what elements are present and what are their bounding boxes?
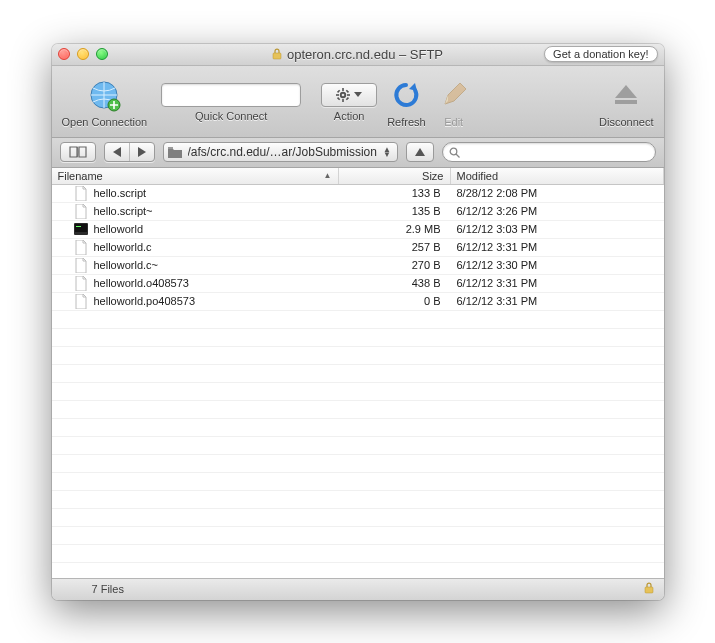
- triangle-right-icon: [138, 147, 146, 157]
- forward-button[interactable]: [130, 143, 154, 161]
- file-modified: 6/12/12 3:31 PM: [451, 295, 664, 307]
- file-name: helloworld.po408573: [94, 295, 196, 307]
- empty-row: [52, 329, 664, 347]
- chevron-down-icon: [354, 92, 362, 98]
- file-modified: 8/28/12 2:08 PM: [451, 187, 664, 199]
- disconnect-label: Disconnect: [599, 116, 653, 128]
- column-size[interactable]: Size: [339, 168, 451, 184]
- close-button[interactable]: [58, 48, 70, 60]
- svg-rect-0: [273, 53, 281, 59]
- empty-row: [52, 311, 664, 329]
- path-popup[interactable]: /afs/crc.nd.edu/…ar/JobSubmission ▲▼: [163, 142, 398, 162]
- svg-rect-20: [645, 587, 653, 593]
- status-bar: 7 Files: [52, 578, 664, 600]
- file-size: 438 B: [339, 277, 451, 289]
- table-row[interactable]: hello.script~135 B6/12/12 3:26 PM: [52, 203, 664, 221]
- folder-icon: [168, 147, 182, 158]
- eject-icon: [608, 77, 644, 113]
- refresh-icon: [388, 77, 424, 113]
- empty-row: [52, 365, 664, 383]
- file-size: 270 B: [339, 259, 451, 271]
- svg-line-16: [456, 154, 460, 158]
- quick-connect-group: Quick Connect: [161, 83, 301, 122]
- svg-rect-8: [337, 89, 340, 92]
- table-row[interactable]: helloworld.o408573438 B6/12/12 3:31 PM: [52, 275, 664, 293]
- svg-point-12: [342, 93, 345, 96]
- empty-row: [52, 347, 664, 365]
- search-field[interactable]: [442, 142, 656, 162]
- open-connection-label: Open Connection: [62, 116, 148, 128]
- bookmarks-button[interactable]: [60, 142, 96, 162]
- svg-rect-7: [347, 94, 350, 96]
- refresh-button[interactable]: Refresh: [387, 77, 426, 128]
- up-button[interactable]: [406, 142, 434, 162]
- disconnect-button[interactable]: Disconnect: [599, 77, 653, 128]
- svg-rect-14: [168, 147, 173, 149]
- lock-icon: [644, 582, 654, 596]
- gear-icon: [336, 88, 350, 102]
- back-button[interactable]: [105, 143, 130, 161]
- quick-connect-label: Quick Connect: [195, 110, 267, 122]
- table-row[interactable]: helloworld2.9 MB6/12/12 3:03 PM: [52, 221, 664, 239]
- quick-connect-input[interactable]: [162, 84, 301, 106]
- file-size: 135 B: [339, 205, 451, 217]
- table-row[interactable]: hello.script133 B8/28/12 2:08 PM: [52, 185, 664, 203]
- file-size: 133 B: [339, 187, 451, 199]
- action-gear-button[interactable]: [321, 83, 377, 107]
- quick-connect-field[interactable]: [161, 83, 301, 107]
- file-name: helloworld: [94, 223, 144, 235]
- svg-rect-6: [336, 94, 339, 96]
- titlebar: opteron.crc.nd.edu – SFTP Get a donation…: [52, 44, 664, 66]
- lock-icon: [272, 48, 282, 60]
- open-connection-button[interactable]: Open Connection: [62, 77, 148, 128]
- empty-row: [52, 401, 664, 419]
- empty-row: [52, 527, 664, 545]
- traffic-lights: [58, 48, 108, 60]
- globe-icon: [86, 77, 122, 113]
- empty-row: [52, 437, 664, 455]
- empty-row: [52, 473, 664, 491]
- path-text: /afs/crc.nd.edu/…ar/JobSubmission: [188, 145, 377, 159]
- app-window: opteron.crc.nd.edu – SFTP Get a donation…: [52, 44, 664, 600]
- window-title-text: opteron.crc.nd.edu – SFTP: [287, 47, 443, 62]
- file-name: helloworld.c~: [94, 259, 159, 271]
- status-count: 7 Files: [62, 583, 124, 595]
- file-modified: 6/12/12 3:31 PM: [451, 277, 664, 289]
- file-icon: [74, 257, 88, 273]
- donation-button[interactable]: Get a donation key!: [544, 46, 657, 62]
- history-seg: [104, 142, 155, 162]
- column-filename[interactable]: Filename ▲: [52, 168, 339, 184]
- file-modified: 6/12/12 3:30 PM: [451, 259, 664, 271]
- nav-row: /afs/crc.nd.edu/…ar/JobSubmission ▲▼: [52, 138, 664, 168]
- triangle-up-icon: [415, 148, 425, 156]
- file-modified: 6/12/12 3:31 PM: [451, 241, 664, 253]
- zoom-button[interactable]: [96, 48, 108, 60]
- file-list[interactable]: hello.script133 B8/28/12 2:08 PMhello.sc…: [52, 185, 664, 578]
- svg-rect-13: [615, 100, 637, 104]
- minimize-button[interactable]: [77, 48, 89, 60]
- pencil-icon: [436, 77, 472, 113]
- file-modified: 6/12/12 3:26 PM: [451, 205, 664, 217]
- file-modified: 6/12/12 3:03 PM: [451, 223, 664, 235]
- table-row[interactable]: helloworld.c257 B6/12/12 3:31 PM: [52, 239, 664, 257]
- svg-point-15: [450, 148, 457, 155]
- terminal-icon: [74, 221, 88, 237]
- sort-indicator-icon: ▲: [324, 171, 332, 180]
- file-size: 257 B: [339, 241, 451, 253]
- column-headers: Filename ▲ Size Modified: [52, 168, 664, 185]
- file-size: 2.9 MB: [339, 223, 451, 235]
- svg-rect-18: [75, 224, 87, 232]
- edit-button[interactable]: Edit: [436, 77, 472, 128]
- table-row[interactable]: helloworld.c~270 B6/12/12 3:30 PM: [52, 257, 664, 275]
- search-input[interactable]: [465, 146, 649, 158]
- empty-row: [52, 509, 664, 527]
- column-modified[interactable]: Modified: [451, 168, 664, 184]
- action-button[interactable]: Action: [321, 83, 377, 122]
- file-icon: [74, 293, 88, 309]
- file-icon: [74, 185, 88, 201]
- table-row[interactable]: helloworld.po4085730 B6/12/12 3:31 PM: [52, 293, 664, 311]
- svg-rect-10: [337, 97, 340, 100]
- updown-icon: ▲▼: [383, 147, 391, 157]
- file-icon: [74, 275, 88, 291]
- file-name: helloworld.c: [94, 241, 152, 253]
